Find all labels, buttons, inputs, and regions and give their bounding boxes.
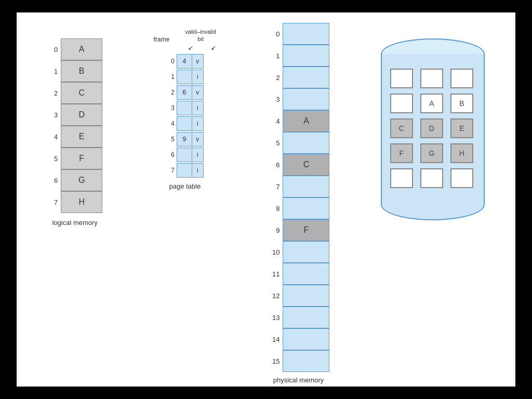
phys-cell: A: [283, 110, 329, 132]
phys-cell: F: [283, 219, 329, 241]
phys-cell: [283, 241, 329, 263]
phys-cell: [283, 176, 329, 197]
phys-index: 2: [267, 74, 280, 82]
pt-row: 4 i: [166, 116, 204, 131]
pt-bit-cell: v: [192, 54, 204, 69]
pt-bit-cell: i: [192, 163, 204, 178]
phys-cell: [283, 66, 329, 88]
pt-row-index: 4: [166, 120, 175, 127]
logical-mem-row: 5 F: [47, 148, 102, 169]
page-table-label: page table: [169, 182, 201, 190]
pt-row-index: 2: [166, 89, 175, 96]
disk-section: ABCDEFGH: [381, 38, 485, 236]
vi-label: valid–invalidbit: [185, 28, 216, 43]
phys-cell: [283, 350, 329, 372]
phys-cell: [283, 307, 329, 328]
disk-cell: [420, 168, 443, 188]
page-table-body: 0 4 v 1 i 2 6 v 3 i 4 i 5 9 v 6 i 7 i: [166, 54, 204, 178]
phys-cell: [283, 328, 329, 350]
main-container: 0 A 1 B 2 C 3 D 4 E 5 F 6 G 7 H logical …: [17, 12, 515, 387]
disk-cell: H: [450, 143, 473, 163]
pt-row: 6 i: [166, 147, 204, 163]
phys-index: 10: [267, 248, 280, 256]
phys-mem-row: 11: [267, 263, 329, 285]
phys-mem-row: 10: [267, 241, 329, 263]
phys-index: 0: [267, 30, 280, 38]
pt-frame-cell: 4: [177, 54, 192, 69]
pt-row-index: 6: [166, 151, 175, 158]
page-table-section: frame valid–invalidbit ↙ ↙ 0 4 v 1 i 2 6…: [154, 28, 217, 190]
cylinder-grid: ABCDEFGH: [386, 64, 480, 192]
phys-cell: C: [283, 154, 329, 176]
phys-mem-row: 6 C: [267, 154, 329, 176]
phys-mem-row: 12: [267, 285, 329, 307]
phys-cell: [283, 285, 329, 307]
pt-row-index: 7: [166, 167, 175, 174]
pt-row: 3 i: [166, 100, 204, 116]
disk-cell: [390, 94, 413, 113]
phys-cell: [283, 45, 329, 66]
pt-row-index: 0: [166, 58, 175, 65]
phys-index: 15: [267, 357, 280, 365]
phys-mem-row: 2: [267, 66, 329, 88]
pt-bit-cell: i: [192, 101, 204, 115]
mem-index: 1: [47, 68, 58, 75]
pt-bit-cell: v: [192, 132, 204, 147]
pt-frame-cell: [177, 101, 192, 115]
mem-index: 7: [47, 198, 58, 206]
pt-frame-cell: [177, 148, 192, 162]
phys-mem-row: 3: [267, 88, 329, 110]
mem-cell: E: [61, 126, 102, 148]
phys-mem-row: 14: [267, 328, 329, 350]
phys-index: 3: [267, 96, 280, 103]
mem-cell: A: [61, 38, 102, 60]
logical-mem-row: 1 B: [47, 60, 102, 82]
phys-index: 13: [267, 314, 280, 322]
frame-label: frame: [154, 36, 170, 43]
pt-row-index: 5: [166, 136, 175, 143]
mem-index: 2: [47, 89, 58, 97]
mem-index: 3: [47, 111, 58, 119]
logical-mem-row: 7 H: [47, 191, 102, 213]
mem-cell: C: [61, 82, 102, 104]
mem-index: 0: [47, 46, 58, 54]
logical-mem-row: 0 A: [47, 38, 102, 60]
phys-mem-row: 4 A: [267, 110, 329, 132]
pt-row: 0 4 v: [166, 54, 204, 69]
mem-cell: D: [61, 104, 102, 126]
pt-bit-cell: i: [192, 70, 204, 84]
pt-frame-cell: [177, 116, 192, 131]
phys-cell: [283, 88, 329, 110]
logical-mem-row: 2 C: [47, 82, 102, 104]
physical-memory-label: physical memory: [273, 376, 324, 384]
phys-mem-row: 7: [267, 176, 329, 197]
disk-cell: [390, 69, 413, 88]
phys-index: 5: [267, 139, 280, 147]
disk-cell: D: [420, 118, 443, 138]
logical-memory-section: 0 A 1 B 2 C 3 D 4 E 5 F 6 G 7 H logical …: [47, 38, 102, 228]
mem-index: 4: [47, 133, 58, 141]
disk-cell: F: [390, 143, 413, 163]
phys-mem-row: 13: [267, 307, 329, 328]
disk-cell: C: [390, 118, 413, 138]
disk-cell: E: [450, 118, 473, 138]
pt-bit-cell: i: [192, 148, 204, 162]
phys-mem-row: 9 F: [267, 219, 329, 241]
pt-row: 2 6 v: [166, 85, 204, 100]
pt-row: 5 9 v: [166, 131, 204, 147]
pt-frame-cell: 9: [177, 132, 192, 147]
mem-cell: H: [61, 191, 102, 213]
pt-bit-cell: v: [192, 85, 204, 100]
phys-mem-row: 15: [267, 350, 329, 372]
logical-memory-label: logical memory: [52, 218, 97, 228]
disk-cell: [450, 69, 473, 88]
phys-index: 11: [267, 270, 280, 278]
pt-bit-cell: i: [192, 116, 204, 131]
physical-memory-table: 0 1 2 3 4 A 5 6 C 7 8 9 F 10 11 12 13: [267, 23, 329, 372]
phys-mem-row: 0: [267, 23, 329, 45]
pt-row-index: 3: [166, 104, 175, 112]
disk-cell: B: [450, 94, 473, 113]
phys-mem-row: 8: [267, 197, 329, 219]
pt-frame-cell: 6: [177, 85, 192, 100]
mem-index: 6: [47, 177, 58, 184]
